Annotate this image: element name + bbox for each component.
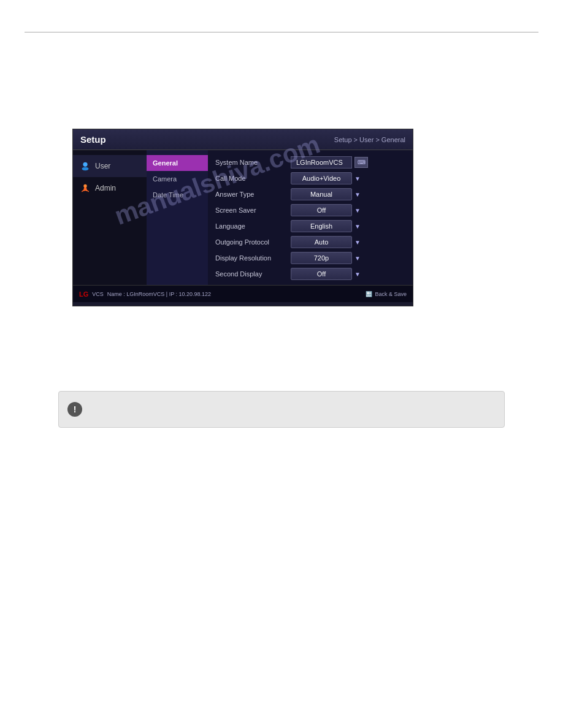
- outgoing-protocol-arrow[interactable]: ▼: [354, 239, 361, 246]
- setting-row-second-display: Second Display Off ▼: [215, 268, 405, 280]
- screenshot-container: Setup Setup > User > General User: [72, 129, 413, 319]
- call-mode-value: Audio+Video ▼: [291, 172, 361, 184]
- svg-point-0: [83, 162, 87, 167]
- setup-panel: Setup Setup > User > General User: [72, 129, 413, 306]
- nav-item-general[interactable]: General: [147, 155, 208, 171]
- call-mode-arrow[interactable]: ▼: [354, 175, 361, 182]
- footer-left: LG VCS Name : LGInRoomVCS | IP : 10.20.9…: [79, 290, 211, 298]
- display-resolution-value: 720p ▼: [291, 252, 361, 264]
- sidebar-admin-label: Admin: [95, 184, 116, 192]
- language-arrow[interactable]: ▼: [354, 223, 361, 230]
- setup-sidebar: User Admin: [73, 150, 147, 285]
- screen-saver-box[interactable]: Off: [291, 204, 352, 216]
- setup-body: User Admin General: [73, 150, 413, 285]
- answer-type-box[interactable]: Manual: [291, 188, 352, 200]
- user-icon: [79, 160, 91, 172]
- system-name-label: System Name: [215, 159, 286, 166]
- setup-footer: LG VCS Name : LGInRoomVCS | IP : 10.20.9…: [73, 285, 413, 302]
- display-resolution-arrow[interactable]: ▼: [354, 255, 361, 262]
- language-label: Language: [215, 222, 286, 230]
- setting-row-display-resolution: Display Resolution 720p ▼: [215, 252, 405, 264]
- setting-row-answer-type: Answer Type Manual ▼: [215, 188, 405, 200]
- back-save-button[interactable]: 🔙 Back & Save: [366, 291, 407, 297]
- notice-box: !: [58, 391, 505, 428]
- screen-saver-arrow[interactable]: ▼: [354, 207, 361, 214]
- setup-content: System Name ⌨ Call Mode Audio+Video ▼: [208, 150, 413, 285]
- setting-row-screen-saver: Screen Saver Off ▼: [215, 204, 405, 216]
- second-display-arrow[interactable]: ▼: [354, 271, 361, 278]
- svg-point-1: [82, 167, 89, 170]
- outgoing-protocol-value: Auto ▼: [291, 236, 361, 248]
- setup-breadcrumb: Setup > User > General: [334, 136, 405, 143]
- call-mode-box[interactable]: Audio+Video: [291, 172, 352, 184]
- screen-saver-label: Screen Saver: [215, 207, 286, 214]
- sidebar-item-user[interactable]: User: [73, 155, 147, 177]
- second-display-box[interactable]: Off: [291, 268, 352, 280]
- device-info: Name : LGInRoomVCS | IP : 10.20.98.122: [107, 291, 211, 297]
- back-save-icon: 🔙: [366, 291, 372, 297]
- answer-type-label: Answer Type: [215, 191, 286, 198]
- keyboard-icon[interactable]: ⌨: [354, 157, 368, 168]
- vcs-text: VCS: [92, 291, 104, 297]
- setup-nav: General Camera Date Time: [147, 150, 208, 285]
- setup-header: Setup Setup > User > General: [73, 129, 413, 150]
- notice-icon: !: [67, 402, 82, 417]
- answer-type-value: Manual ▼: [291, 188, 361, 200]
- setting-row-call-mode: Call Mode Audio+Video ▼: [215, 172, 405, 184]
- pink-tab[interactable]: [413, 160, 413, 197]
- second-display-value: Off ▼: [291, 268, 361, 280]
- admin-icon: [79, 182, 91, 194]
- top-divider: [25, 32, 538, 32]
- outgoing-protocol-label: Outgoing Protocol: [215, 238, 286, 246]
- nav-item-camera[interactable]: Camera: [147, 171, 208, 187]
- screen-saver-value: Off ▼: [291, 204, 361, 216]
- setting-row-system-name: System Name ⌨: [215, 156, 405, 169]
- system-name-value: ⌨: [291, 156, 368, 169]
- back-save-label: Back & Save: [375, 291, 407, 297]
- setup-title: Setup: [80, 134, 106, 145]
- setting-row-language: Language English ▼: [215, 220, 405, 232]
- display-resolution-box[interactable]: 720p: [291, 252, 352, 264]
- display-resolution-label: Display Resolution: [215, 254, 286, 262]
- second-display-label: Second Display: [215, 270, 286, 278]
- setting-row-outgoing-protocol: Outgoing Protocol Auto ▼: [215, 236, 405, 248]
- outgoing-protocol-box[interactable]: Auto: [291, 236, 352, 248]
- lg-logo: LG: [79, 290, 88, 298]
- svg-point-2: [83, 184, 86, 188]
- system-name-input[interactable]: [291, 156, 352, 169]
- sidebar-user-label: User: [95, 162, 110, 170]
- language-box[interactable]: English: [291, 220, 352, 232]
- language-value: English ▼: [291, 220, 361, 232]
- answer-type-arrow[interactable]: ▼: [354, 191, 361, 198]
- nav-item-datetime[interactable]: Date Time: [147, 187, 208, 203]
- call-mode-label: Call Mode: [215, 175, 286, 182]
- sidebar-item-admin[interactable]: Admin: [73, 177, 147, 199]
